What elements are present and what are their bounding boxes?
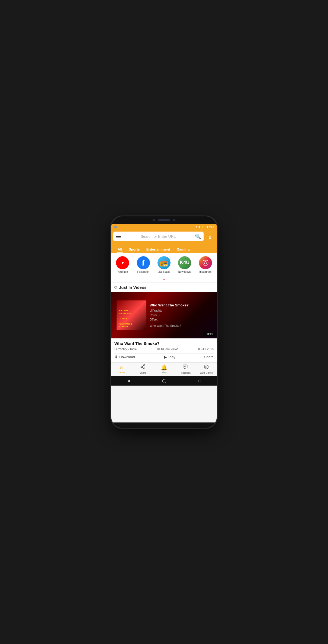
svg-point-7	[144, 368, 145, 369]
tab-sports[interactable]: Sports	[126, 246, 143, 253]
svg-point-5	[144, 364, 145, 366]
just-in-title: Just In Videos	[119, 285, 146, 290]
video-meta-row: Lil Yachty - Topic 10,13,294 Views 05 Ju…	[114, 347, 214, 351]
play-icon: ▶	[164, 355, 167, 360]
just-in-header: ↻ Just In Videos	[111, 282, 217, 292]
home-button[interactable]: ◯	[162, 379, 166, 383]
apps-row: YouTube f Facebook 📻 Live Radio K4U	[112, 256, 216, 273]
search-row: Search or Enter URL 🔍 ⇓	[113, 232, 215, 243]
app-new-movie[interactable]: K4U New Movie	[176, 256, 193, 273]
wifi-icon: ▾	[196, 225, 197, 228]
home-icon: ⌂	[120, 364, 123, 370]
tab-all[interactable]: All	[114, 246, 126, 253]
svg-point-3	[204, 261, 207, 264]
download-header-button[interactable]: ⇓	[205, 233, 215, 242]
app-instagram[interactable]: Instagram	[197, 256, 214, 273]
alert-icon: 🔔	[161, 364, 168, 371]
play-label: Play	[168, 355, 175, 359]
screen: 🤖 ▾ ▮ ⚡ 17:17 Search or Enter URL 🔍 ⇓	[111, 224, 217, 422]
download-button[interactable]: ⬇ Download	[114, 355, 135, 360]
android-icon: 🤖	[114, 225, 117, 228]
phone-top-bar	[111, 216, 217, 224]
refresh-icon: ↻	[114, 285, 117, 290]
search-placeholder: Search or Enter URL	[124, 234, 193, 239]
nav-home[interactable]: ⌂ Home	[114, 364, 130, 374]
search-icon[interactable]: 🔍	[195, 233, 201, 239]
alert-label: Alert	[162, 371, 167, 374]
phone-bottom-bar	[111, 422, 217, 428]
movie-label: New Movie	[178, 270, 191, 273]
video-meta-title: Who Want The Smoke?	[114, 341, 214, 346]
video-actions: ⬇ Download ▶ Play Share	[114, 353, 214, 360]
album-art: WHO WANTTHE SMOKE?LIL YACHTYFEAT. CARDI …	[117, 300, 146, 330]
camera	[153, 219, 155, 221]
recents-button[interactable]: □	[198, 379, 201, 383]
sensor	[173, 219, 175, 221]
home-label: Home	[118, 371, 125, 374]
facebook-icon: f	[137, 256, 150, 269]
share-nav-icon	[140, 364, 146, 371]
svg-text:$: $	[205, 365, 207, 369]
svg-line-8	[142, 367, 144, 368]
facebook-label: Facebook	[137, 270, 149, 273]
video-card[interactable]: WHO WANTTHE SMOKE?LIL YACHTYFEAT. CARDI …	[111, 292, 217, 338]
video-subtitle: Who Want The Smoke?	[150, 324, 214, 327]
search-bar[interactable]: Search or Enter URL 🔍	[113, 232, 204, 241]
category-tabs: All Sports Entertainment Gaming	[113, 246, 215, 253]
app-youtube[interactable]: YouTube	[114, 256, 131, 273]
nav-feedback[interactable]: Feedback	[177, 364, 193, 374]
back-button[interactable]: ◀	[127, 379, 130, 383]
expand-apps-button[interactable]: ⌄	[111, 275, 217, 282]
youtube-icon	[116, 256, 129, 269]
download-label: Download	[119, 355, 135, 359]
video-meta: Who Want The Smoke? Lil Yachty - Topic 1…	[111, 338, 217, 362]
video-duration: 03:19	[204, 332, 215, 336]
phone-shell: 🤖 ▾ ▮ ⚡ 17:17 Search or Enter URL 🔍 ⇓	[111, 216, 217, 428]
video-channel: Lil Yachty - Topic	[114, 347, 137, 351]
signal-icon: ▮	[198, 225, 200, 228]
android-nav: ◀ ◯ □	[111, 376, 217, 386]
instagram-icon	[199, 256, 212, 269]
battery-icon: ⚡	[201, 225, 204, 228]
feedback-icon	[182, 364, 188, 371]
video-artists: Lil YachtyCardi BOffset	[150, 308, 214, 322]
share-nav-label: Share	[140, 371, 146, 374]
radio-icon: 📻	[157, 256, 171, 269]
album-text: WHO WANTTHE SMOKE?LIL YACHTYFEAT. CARDI …	[119, 309, 132, 328]
instagram-label: Instagram	[200, 270, 211, 273]
status-bar: 🤖 ▾ ▮ ⚡ 17:17	[111, 224, 217, 230]
download-icon: ⬇	[114, 355, 118, 360]
nav-earn-money[interactable]: $ Earn Money	[198, 364, 214, 374]
share-button[interactable]: Share	[204, 355, 214, 359]
speaker	[158, 219, 170, 221]
app-header: Search or Enter URL 🔍 ⇓ All Sports Enter…	[111, 230, 217, 253]
svg-line-9	[142, 366, 144, 366]
tab-gaming[interactable]: Gaming	[173, 246, 193, 253]
movie-icon: K4U	[178, 256, 191, 269]
radio-label: Live Radio	[157, 270, 170, 273]
svg-rect-10	[183, 365, 187, 368]
nav-alert[interactable]: 🔔 Alert	[156, 364, 172, 374]
status-time: 17:17	[207, 225, 214, 229]
hamburger-menu[interactable]	[116, 235, 121, 238]
svg-point-4	[207, 261, 207, 261]
earn-money-label: Earn Money	[200, 371, 213, 374]
app-facebook[interactable]: f Facebook	[135, 256, 152, 273]
video-info-overlay: Who Want The Smoke? Lil YachtyCardi BOff…	[146, 300, 217, 330]
play-button[interactable]: ▶ Play	[164, 355, 175, 360]
bottom-nav: ⌂ Home Share 🔔 Alert	[111, 362, 217, 376]
svg-point-6	[141, 366, 142, 367]
video-thumbnail: WHO WANTTHE SMOKE?LIL YACHTYFEAT. CARDI …	[111, 292, 217, 338]
feedback-label: Feedback	[180, 371, 191, 374]
video-title-overlay: Who Want The Smoke?	[150, 303, 214, 307]
youtube-label: YouTube	[117, 270, 128, 273]
video-views: 10,13,294 Views	[156, 347, 178, 351]
apps-section: YouTube f Facebook 📻 Live Radio K4U	[111, 253, 217, 275]
share-label: Share	[204, 355, 214, 359]
earn-money-icon: $	[204, 364, 209, 371]
nav-share[interactable]: Share	[135, 364, 151, 374]
app-live-radio[interactable]: 📻 Live Radio	[155, 256, 173, 273]
video-date: 05 Jul 2018	[198, 347, 214, 351]
tab-entertainment[interactable]: Entertainment	[143, 246, 173, 253]
